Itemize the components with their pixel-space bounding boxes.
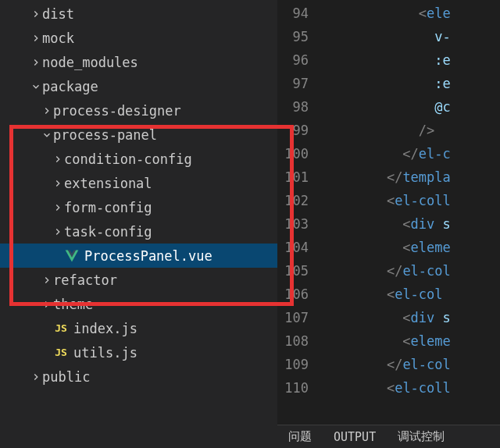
tree-item-form-config[interactable]: form-config xyxy=(0,195,277,219)
line-number-gutter: 9495969798991001011021031041051061071081… xyxy=(277,0,323,448)
code-editor[interactable]: 9495969798991001011021031041051061071081… xyxy=(277,0,500,448)
tab-problems[interactable]: 问题 xyxy=(277,425,323,448)
chevron-down-icon xyxy=(41,130,53,140)
chevron-right-icon xyxy=(52,154,64,165)
tree-item-label: mock xyxy=(42,30,74,46)
code-line[interactable]: @c xyxy=(323,95,500,119)
tree-item-refactor[interactable]: refactor xyxy=(0,268,277,292)
tab-debug[interactable]: 调试控制 xyxy=(387,425,455,448)
tree-item-label: theme xyxy=(53,297,93,312)
tree-item-mock[interactable]: mock xyxy=(0,26,277,50)
tree-item-label: process-designer xyxy=(53,103,181,119)
tree-item-extensional[interactable]: extensional xyxy=(0,171,277,195)
tree-item-label: dist xyxy=(42,6,74,22)
tree-item-label: package xyxy=(42,79,98,94)
tree-item-label: refactor xyxy=(53,272,117,288)
line-number: 104 xyxy=(277,236,309,259)
chevron-right-icon xyxy=(30,9,42,20)
chevron-down-icon xyxy=(30,81,42,92)
code-line[interactable]: </el-col xyxy=(323,353,500,376)
line-number: 96 xyxy=(277,48,309,72)
tree-item-task-config[interactable]: task-config xyxy=(0,219,277,244)
tree-item-label: node_modules xyxy=(42,55,138,70)
code-line[interactable]: <el-col xyxy=(323,283,500,306)
line-number: 99 xyxy=(277,119,309,142)
line-number: 100 xyxy=(277,142,309,165)
chevron-right-icon xyxy=(41,275,53,286)
line-number: 98 xyxy=(277,95,309,119)
code-line[interactable]: /> xyxy=(323,119,500,142)
line-number: 105 xyxy=(277,259,309,283)
tree-item-theme[interactable]: theme xyxy=(0,292,277,316)
chevron-right-icon xyxy=(52,202,64,213)
code-line[interactable]: </el-col xyxy=(323,259,500,283)
line-number: 110 xyxy=(277,376,309,400)
chevron-right-icon xyxy=(41,299,53,310)
code-line[interactable]: :e xyxy=(323,48,500,72)
tree-item-utils-js[interactable]: JSutils.js xyxy=(0,340,277,364)
code-line[interactable]: <el-coll xyxy=(323,376,500,400)
line-number: 95 xyxy=(277,25,309,48)
tree-item-label: task-config xyxy=(64,224,152,240)
tree-item-label: form-config xyxy=(64,200,152,215)
line-number: 101 xyxy=(277,165,309,189)
code-line[interactable]: </templa xyxy=(323,165,500,189)
tree-item-process-panel[interactable]: process-panel xyxy=(0,123,277,147)
code-line[interactable]: <eleme xyxy=(323,329,500,353)
code-line[interactable]: <ele xyxy=(323,2,500,25)
tree-item-public[interactable]: public xyxy=(0,364,277,389)
js-file-icon: JS xyxy=(53,321,69,336)
bottom-panel-tabs: 问题 OUTPUT 调试控制 xyxy=(277,425,500,448)
chevron-right-icon xyxy=(30,372,42,382)
vue-file-icon xyxy=(64,248,80,264)
chevron-right-icon xyxy=(30,33,42,44)
tree-item-process-designer[interactable]: process-designer xyxy=(0,98,277,123)
tree-item-label: index.js xyxy=(73,321,138,336)
line-number: 97 xyxy=(277,72,309,95)
line-number: 102 xyxy=(277,189,309,212)
tree-item-label: public xyxy=(42,369,90,385)
tree-item-package[interactable]: package xyxy=(0,74,277,98)
tree-item-label: process-panel xyxy=(53,127,157,143)
code-line[interactable]: </el-c xyxy=(323,142,500,165)
chevron-right-icon xyxy=(52,178,64,189)
tree-item-label: condition-config xyxy=(64,151,192,167)
tree-item-node-modules[interactable]: node_modules xyxy=(0,50,277,74)
line-number: 107 xyxy=(277,306,309,329)
tree-item-condition-config[interactable]: condition-config xyxy=(0,147,277,171)
chevron-right-icon xyxy=(30,57,42,68)
code-line[interactable]: <div s xyxy=(323,306,500,329)
line-number: 108 xyxy=(277,329,309,353)
code-line[interactable]: :e xyxy=(323,72,500,95)
js-file-icon: JS xyxy=(53,345,69,361)
code-line[interactable]: <div s xyxy=(323,212,500,236)
chevron-right-icon xyxy=(52,226,64,237)
line-number: 94 xyxy=(277,2,309,25)
code-line[interactable]: <eleme xyxy=(323,236,500,259)
line-number: 103 xyxy=(277,212,309,236)
line-number: 106 xyxy=(277,283,309,306)
code-content[interactable]: <ele v- :e :e @c /> </el-c </templa <el-… xyxy=(323,0,500,448)
chevron-right-icon xyxy=(41,105,53,116)
line-number: 109 xyxy=(277,353,309,376)
tree-item-index-js[interactable]: JSindex.js xyxy=(0,316,277,340)
tab-output[interactable]: OUTPUT xyxy=(323,425,387,448)
file-explorer: distmocknode_modulespackageprocess-desig… xyxy=(0,0,277,448)
tree-item-ProcessPanel-vue[interactable]: ProcessPanel.vue xyxy=(0,244,277,268)
code-line[interactable]: v- xyxy=(323,25,500,48)
tree-item-dist[interactable]: dist xyxy=(0,2,277,26)
tree-item-label: utils.js xyxy=(73,345,138,361)
code-line[interactable]: <el-coll xyxy=(323,189,500,212)
tree-item-label: ProcessPanel.vue xyxy=(84,248,212,264)
tree-item-label: extensional xyxy=(64,176,152,191)
